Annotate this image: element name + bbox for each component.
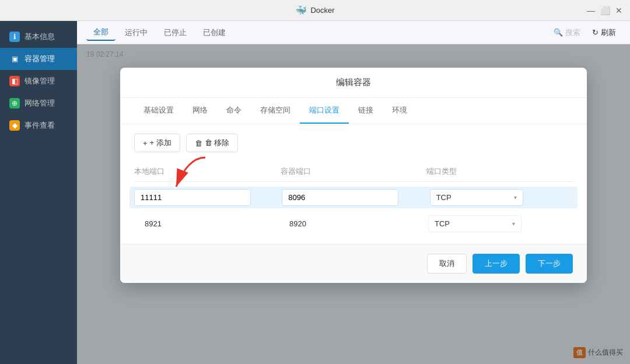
cancel-button[interactable]: 取消 [427,254,467,274]
tab-storage[interactable]: 存储空间 [251,98,300,124]
maximize-button[interactable]: ⬜ [601,6,609,15]
next-step-button[interactable]: 下一步 [526,254,573,274]
local-port-text-2: 8921 [139,216,279,232]
add-port-button[interactable]: + + 添加 [134,134,180,152]
tab-basic-settings[interactable]: 基础设置 [134,98,183,124]
port-table-row-1: TCP ▾ [130,187,578,208]
sidebar-item-basic-info[interactable]: ℹ 基本信息 [0,26,77,48]
chevron-down-icon-2: ▾ [512,220,515,227]
sidebar-label-container-mgmt: 容器管理 [24,54,55,64]
titlebar: 🐳 Docker — ⬜ ✕ [0,0,630,21]
top-nav: 全部 运行中 已停止 已创建 🔍 搜索 ↻ 刷新 [77,21,630,44]
dialog-overlay: 编辑容器 基础设置 网络 命令 存储空间 端口设置 链接 环境 [77,44,630,364]
docker-logo-icon: 🐳 [295,5,307,16]
top-nav-right: 🔍 搜索 ↻ 刷新 [554,25,621,40]
app-title: Docker [310,6,334,15]
close-button[interactable]: ✕ [615,6,623,15]
add-icon: + [143,139,148,148]
search-bar[interactable]: 🔍 搜索 [554,27,580,38]
edit-container-dialog: 编辑容器 基础设置 网络 命令 存储空间 端口设置 链接 环境 [120,68,587,283]
port-table-row-2: 8921 8920 TCP ▾ [134,213,573,235]
col-local-port: 本地端口 [134,166,281,177]
trash-icon: 🗑 [195,139,202,148]
search-icon: 🔍 [554,28,563,37]
sidebar: ℹ 基本信息 ▣ 容器管理 ◧ 镜像管理 ⊕ 网络管理 ◆ 事件查看 [0,21,77,364]
sidebar-label-network-mgmt: 网络管理 [24,98,55,108]
port-type-select-2[interactable]: TCP ▾ [428,215,522,232]
port-type-value-1: TCP [436,193,452,202]
port-table-header: 本地端口 容器端口 端口类型 [134,162,573,182]
port-actions-bar: + + 添加 🗑 🗑 移除 [134,134,573,152]
container-port-text-2: 8920 [284,216,424,232]
refresh-button[interactable]: ↻ 刷新 [587,25,621,40]
sidebar-item-network-mgmt[interactable]: ⊕ 网络管理 [0,92,77,114]
info-icon: ℹ [9,32,20,42]
prev-step-button[interactable]: 上一步 [473,254,520,274]
col-port-type: 端口类型 [426,166,573,177]
sidebar-label-image-mgmt: 镜像管理 [24,76,55,86]
tab-stopped[interactable]: 已停止 [157,25,194,40]
local-port-input-1[interactable] [134,189,251,206]
dialog-title: 编辑容器 [120,68,587,98]
sidebar-label-event-view: 事件查看 [24,120,55,131]
titlebar-title: 🐳 Docker [295,5,334,16]
refresh-label: 刷新 [601,27,616,38]
tab-command[interactable]: 命令 [217,98,251,124]
chevron-down-icon-1: ▾ [514,194,517,201]
tab-environment[interactable]: 环境 [383,98,416,124]
network-icon: ⊕ [9,98,20,108]
search-placeholder: 搜索 [565,27,580,38]
add-label: + 添加 [150,138,172,148]
tab-network[interactable]: 网络 [183,98,217,124]
container-icon: ▣ [9,54,20,64]
remove-port-button[interactable]: 🗑 🗑 移除 [186,134,239,152]
sidebar-label-basic-info: 基本信息 [24,32,55,42]
sidebar-item-image-mgmt[interactable]: ◧ 镜像管理 [0,70,77,92]
tab-created[interactable]: 已创建 [196,25,233,40]
remove-label: 🗑 移除 [205,138,230,148]
refresh-icon: ↻ [592,28,598,37]
container-port-input-1[interactable] [282,189,398,206]
port-type-select-1[interactable]: TCP ▾ [430,189,523,206]
sidebar-item-container-mgmt[interactable]: ▣ 容器管理 [0,48,77,70]
tab-all[interactable]: 全部 [86,24,116,41]
sidebar-item-event-view[interactable]: ◆ 事件查看 [0,114,77,136]
event-icon: ◆ [9,120,20,131]
content-area: 全部 运行中 已停止 已创建 🔍 搜索 ↻ 刷新 19 02:27:14 [77,21,630,364]
background-content: 19 02:27:14 编辑容器 基础设置 网络 命令 存储空间 端口设置 链接 [77,44,630,364]
titlebar-controls: — ⬜ ✕ [587,6,623,15]
minimize-button[interactable]: — [587,6,595,15]
port-type-value-2: TCP [435,219,450,228]
main-layout: ℹ 基本信息 ▣ 容器管理 ◧ 镜像管理 ⊕ 网络管理 ◆ 事件查看 全部 运行… [0,21,630,364]
col-container-port: 容器端口 [281,166,427,177]
image-icon: ◧ [9,76,20,86]
tab-running[interactable]: 运行中 [118,25,155,40]
dialog-footer: 取消 上一步 下一步 [120,244,587,283]
tab-port-settings[interactable]: 端口设置 [300,98,349,124]
dialog-tabs: 基础设置 网络 命令 存储空间 端口设置 链接 环境 [120,98,587,124]
dialog-body: + + 添加 🗑 🗑 移除 本地端口 [120,124,587,244]
tab-links[interactable]: 链接 [349,98,383,124]
port-table: 本地端口 容器端口 端口类型 [134,162,573,235]
